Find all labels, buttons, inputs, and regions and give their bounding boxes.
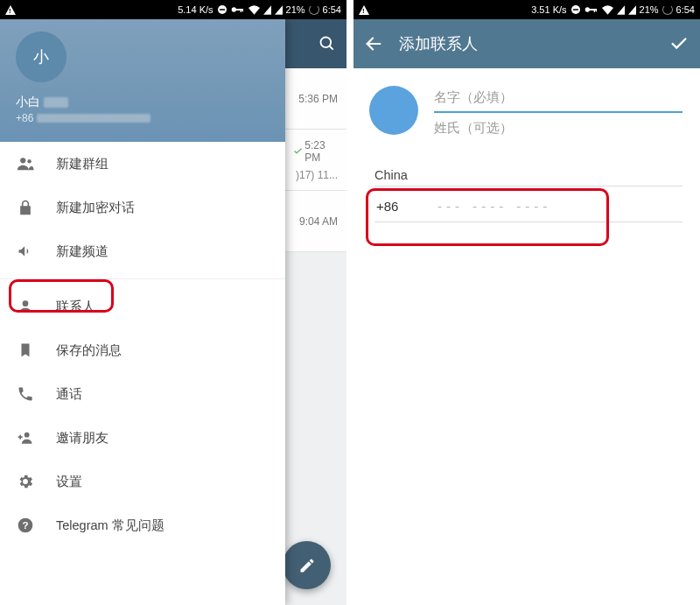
- svg-line-7: [330, 46, 333, 50]
- dial-code-field[interactable]: +86: [376, 199, 415, 215]
- signal-icon: [263, 5, 271, 15]
- chat-time: 5:23 PM: [304, 139, 338, 164]
- phone-icon: [16, 384, 35, 404]
- drawer-item-new-channel[interactable]: 新建频道: [0, 229, 285, 273]
- navigation-drawer: 小 小白 +86 新建群组 新建加密对话: [0, 19, 285, 605]
- back-arrow-icon[interactable]: [364, 34, 383, 53]
- clock: 6:54: [323, 4, 341, 15]
- drawer-item-label: Telegram 常见问题: [56, 517, 164, 534]
- battery-pct: 21%: [640, 4, 659, 15]
- drawer-item-calls[interactable]: 通话: [0, 372, 285, 416]
- drawer-item-new-group[interactable]: 新建群组: [0, 142, 285, 186]
- chat-row[interactable]: 5:36 PM: [285, 68, 346, 130]
- drawer-username: 小白: [16, 95, 40, 109]
- megaphone-icon: [16, 242, 35, 261]
- drawer-item-settings[interactable]: 设置: [0, 460, 285, 503]
- warning-icon: [5, 5, 16, 15]
- last-name-placeholder: 姓氏（可选）: [434, 120, 513, 135]
- drawer-item-new-secret-chat[interactable]: 新建加密对话: [0, 186, 285, 229]
- svg-rect-4: [240, 9, 241, 12]
- last-name-field[interactable]: 姓氏（可选）: [434, 113, 682, 144]
- svg-point-16: [584, 7, 589, 11]
- drawer-header: 小 小白 +86: [0, 19, 285, 142]
- net-speed: 5.14 K/s: [178, 4, 213, 15]
- drawer-item-label: 联系人: [56, 299, 95, 315]
- person-add-icon: [16, 428, 35, 447]
- contact-avatar-placeholder: [369, 86, 418, 135]
- bookmark-icon: [16, 341, 35, 360]
- right-screen: 3.51 K/s 21% 6:54 添加联系人 名字（必填）: [354, 0, 700, 605]
- status-bar: 3.51 K/s 21% 6:54: [354, 0, 700, 19]
- page-title: 添加联系人: [399, 33, 653, 54]
- chat-row[interactable]: 9:04 AM: [285, 191, 346, 252]
- drawer-list: 新建群组 新建加密对话 新建频道 联系人 保存的消息: [0, 142, 285, 605]
- drawer-item-saved-messages[interactable]: 保存的消息: [0, 328, 285, 372]
- left-screen: 5.14 K/s 21% 6:54 5:36 PM 5:23 PM )17: [0, 0, 346, 605]
- status-bar: 5.14 K/s 21% 6:54: [0, 0, 346, 19]
- svg-rect-3: [235, 9, 242, 11]
- signal-icon: [617, 5, 625, 15]
- drawer-item-invite-friends[interactable]: 邀请朋友: [0, 416, 285, 460]
- svg-rect-18: [593, 9, 594, 12]
- dnd-icon: [217, 4, 228, 15]
- svg-text:?: ?: [22, 519, 28, 531]
- chat-time: 9:04 AM: [299, 215, 338, 228]
- chat-list-toolbar: [285, 19, 346, 68]
- pencil-icon: [298, 557, 316, 574]
- drawer-item-label: 邀请朋友: [56, 430, 108, 447]
- country-value: China: [374, 168, 408, 182]
- svg-point-10: [23, 300, 29, 306]
- clock: 6:54: [676, 4, 695, 15]
- signal-icon-2: [275, 5, 283, 15]
- svg-rect-1: [220, 9, 225, 11]
- country-selector[interactable]: China: [374, 168, 682, 186]
- dnd-icon: [570, 4, 581, 15]
- help-icon: ?: [16, 516, 35, 535]
- chat-preview: )17) 11...: [296, 169, 338, 181]
- drawer-item-contacts[interactable]: 联系人: [0, 285, 285, 328]
- drawer-item-faq[interactable]: ? Telegram 常见问题: [0, 503, 285, 547]
- wifi-icon: [248, 5, 260, 15]
- wifi-icon: [602, 5, 613, 15]
- gear-icon: [16, 472, 35, 491]
- drawer-phone-prefix: +86: [16, 112, 33, 124]
- add-contact-toolbar: 添加联系人: [354, 19, 700, 68]
- svg-point-6: [321, 38, 332, 48]
- spinner-icon: [662, 4, 673, 15]
- drawer-item-label: 新建加密对话: [56, 200, 135, 216]
- svg-point-9: [27, 159, 31, 163]
- check-icon: [294, 147, 302, 155]
- vpn-key-icon: [584, 5, 598, 14]
- drawer-item-label: 新建频道: [56, 243, 108, 260]
- phone-number-field[interactable]: --- ---- ----: [436, 199, 550, 215]
- drawer-item-label: 保存的消息: [56, 342, 122, 359]
- chat-row[interactable]: 5:23 PM )17) 11...: [285, 130, 346, 191]
- first-name-placeholder: 名字（必填）: [434, 89, 513, 104]
- svg-point-2: [231, 7, 235, 11]
- chat-time: 5:36 PM: [298, 93, 338, 105]
- drawer-item-label: 新建群组: [56, 156, 108, 172]
- lock-icon: [16, 198, 35, 217]
- svg-point-11: [24, 433, 30, 438]
- net-speed: 3.51 K/s: [531, 4, 566, 15]
- drawer-item-label: 通话: [56, 386, 82, 403]
- svg-rect-19: [595, 9, 596, 11]
- first-name-field[interactable]: 名字（必填）: [434, 82, 682, 113]
- warning-icon: [359, 5, 369, 15]
- spinner-icon: [309, 4, 319, 15]
- signal-icon-2: [628, 5, 636, 15]
- vpn-key-icon: [231, 5, 245, 14]
- svg-rect-5: [242, 9, 242, 11]
- svg-rect-15: [573, 9, 578, 11]
- person-icon: [16, 297, 35, 316]
- compose-fab[interactable]: [283, 541, 331, 589]
- svg-rect-17: [589, 9, 596, 11]
- battery-pct: 21%: [286, 4, 305, 15]
- search-icon[interactable]: [318, 35, 336, 53]
- confirm-check-icon[interactable]: [668, 34, 690, 53]
- group-icon: [16, 154, 35, 173]
- svg-point-8: [20, 158, 25, 163]
- avatar-initial: 小: [33, 46, 49, 67]
- drawer-item-label: 设置: [56, 474, 82, 490]
- avatar[interactable]: 小: [16, 32, 66, 82]
